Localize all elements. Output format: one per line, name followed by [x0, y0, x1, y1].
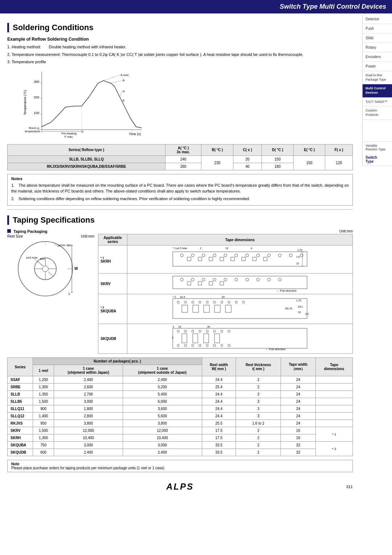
taping-section-title: Taping Specifications	[7, 215, 353, 225]
svg-text:D: D	[123, 90, 125, 93]
page-number: 311	[346, 485, 353, 489]
note-2: 2. Soldering conditions differ depending…	[11, 196, 349, 202]
svg-text:16: 16	[178, 325, 181, 328]
svg-point-106	[213, 301, 216, 303]
svg-point-29	[18, 242, 73, 296]
sidebar-switch-type[interactable]: SwitchType	[363, 153, 392, 166]
svg-rect-82	[173, 276, 307, 289]
tape-skrh-diagram: * 1 ø1.5 hole 2 12 4 1.75	[127, 246, 353, 274]
svg-point-60	[278, 254, 281, 257]
point-2-value: 2. Temperature measurement: Thermocouple…	[7, 52, 303, 57]
reflow-col-b-merged: 230	[201, 155, 233, 170]
svg-rect-142	[215, 334, 220, 343]
svg-point-126	[199, 330, 201, 332]
svg-text:* 2: * 2	[173, 296, 176, 298]
sidebar-item-dual[interactable]: Dual-in-linePackage Type	[363, 71, 392, 84]
svg-text:40: 40	[207, 325, 210, 328]
svg-rect-95	[209, 281, 213, 285]
svg-text:temperature: temperature	[25, 130, 41, 133]
svg-line-40	[38, 261, 42, 266]
svg-text:ø1.5: ø1.5	[180, 296, 185, 298]
table-row: RKJXS9503,8003,80025.51.6 to 224	[8, 420, 353, 427]
svg-text:4: 4	[172, 336, 173, 339]
svg-rect-113	[193, 305, 199, 312]
svg-point-125	[192, 330, 194, 332]
svg-text:ø21: ø21	[40, 257, 45, 260]
tape-skrv-label: SKRV	[98, 274, 127, 294]
svg-rect-69	[253, 257, 256, 261]
svg-point-83	[180, 278, 183, 281]
sidebar-item-detector[interactable]: Detector	[363, 15, 392, 24]
col-tape-dim-header: Tapedimensions	[315, 358, 352, 376]
svg-point-52	[191, 254, 194, 257]
svg-text:B: B	[123, 79, 124, 82]
table-row: SLLQ119001,8003,60024.4324	[8, 405, 353, 413]
tape-skqudb-diagram: 2 16 40 4 ← Pull direction	[127, 324, 353, 354]
svg-text:R0.75: R0.75	[285, 307, 292, 310]
note-1: 1. The above temperature shall be measur…	[11, 182, 349, 194]
col-reel-width-header: Reel widthW( mm )	[202, 358, 236, 376]
svg-point-129	[221, 330, 223, 332]
sidebar-item-push[interactable]: Push	[363, 24, 392, 33]
point-3-value: 3. Temperature profile	[7, 60, 46, 64]
svg-text:ø1.5 hole: ø1.5 hole	[176, 247, 187, 250]
svg-point-56	[235, 254, 238, 257]
svg-rect-93	[187, 281, 191, 285]
sidebar-item-encoders[interactable]: Encoders	[363, 52, 392, 62]
reflow-row1-d: 150	[262, 155, 294, 163]
packages-table: Series Number of packages( pcs. ) Reel w…	[7, 357, 353, 456]
svg-point-102	[184, 301, 187, 303]
sidebar-item-slide[interactable]: Slide	[363, 33, 392, 43]
reflow-row1-series: SLLB, SLLB5, SLLQ	[8, 155, 166, 163]
svg-text:← Pull direction: ← Pull direction	[276, 289, 297, 292]
main-content: Soldering Conditions Example of Reflow S…	[0, 13, 360, 503]
svg-rect-65	[209, 257, 213, 261]
svg-point-128	[213, 330, 216, 332]
table-row: SKRV1,50012,00012,00017.5216* 1	[8, 427, 353, 434]
svg-point-33	[42, 266, 48, 272]
sidebar-item-power[interactable]: Power	[363, 62, 392, 71]
svg-text:Time (s): Time (s)	[129, 132, 141, 136]
svg-text:1.75: 1.75	[296, 299, 301, 302]
svg-text:15: 15	[296, 262, 299, 265]
svg-point-103	[192, 301, 194, 303]
svg-point-92	[278, 278, 281, 281]
reel-size-label: Reel Size	[7, 234, 23, 238]
reflow-row2-c: 40	[233, 163, 262, 170]
col-series-header: Series	[8, 358, 33, 376]
svg-rect-64	[198, 257, 202, 261]
svg-rect-63	[187, 257, 191, 261]
svg-rect-68	[242, 257, 245, 261]
right-sidebar: Detector Push Slide Rotary Encoders Powe…	[362, 15, 392, 166]
svg-point-127	[206, 330, 208, 332]
svg-line-41	[48, 272, 53, 276]
sidebar-item-rotary[interactable]: Rotary	[363, 43, 392, 52]
svg-point-61	[289, 254, 292, 257]
svg-text:2: 2	[200, 247, 201, 250]
svg-text:200: 200	[34, 96, 39, 99]
svg-point-91	[268, 278, 270, 281]
sidebar-item-custom[interactable]: Custom-Products	[363, 106, 392, 119]
svg-text:32: 32	[298, 311, 301, 313]
reflow-col-series: Series( Reflow type )	[8, 144, 166, 155]
sidebar-item-tact[interactable]: TACT Switch™	[363, 98, 392, 107]
soldering-section-title: Soldering Conditions	[7, 23, 353, 32]
svg-rect-141	[204, 334, 209, 343]
sidebar-item-multicontrol[interactable]: Multi ControlDevices	[363, 84, 392, 97]
svg-point-85	[202, 278, 205, 281]
header-title: Switch Type Multi Control Devices	[280, 3, 386, 10]
svg-point-57	[246, 254, 249, 257]
soldering-notes: Notes 1. The above temperature shall be …	[7, 174, 353, 206]
reflow-col-e-merged: 150	[294, 155, 325, 170]
svg-text:4: 4	[251, 247, 252, 250]
table-row: SKQUBA7503,0003,00033.5232* 2	[8, 442, 353, 449]
svg-rect-139	[182, 334, 187, 343]
alps-logo: ALPS	[122, 482, 237, 492]
svg-point-58	[257, 254, 260, 257]
tape-skquba-label: * 2SKQUBA	[98, 294, 127, 324]
svg-text:7.5: 7.5	[296, 256, 300, 258]
svg-point-51	[180, 254, 183, 257]
col-tape-width-header: Tape width（mm）	[281, 358, 315, 376]
svg-point-107	[221, 301, 223, 303]
svg-rect-112	[182, 305, 188, 312]
